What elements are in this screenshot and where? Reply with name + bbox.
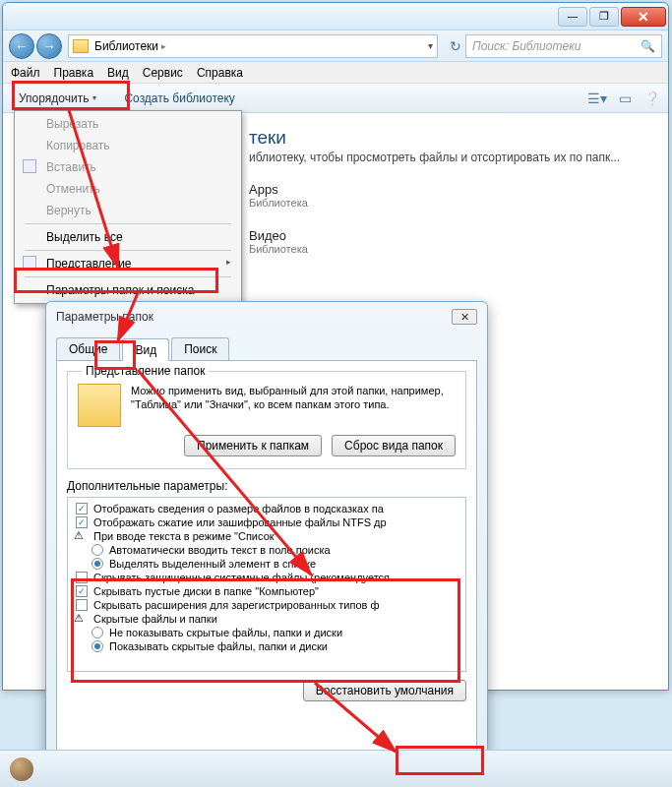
menu-item-folder-options[interactable]: Параметры папок и поиска: [17, 279, 239, 301]
chevron-down-icon: ▾: [92, 93, 96, 102]
dialog-body: Представление папок Можно применить вид,…: [56, 360, 477, 754]
advanced-settings-list[interactable]: ✓Отображать сведения о размере файлов в …: [67, 497, 466, 672]
warning-icon: ⚠: [74, 529, 88, 543]
option-label: Скрывать пустые диски в папке "Компьютер…: [93, 585, 319, 597]
advanced-settings-label: Дополнительные параметры:: [67, 479, 466, 493]
toolbar: Упорядочить ▾ Создать библиотеку ☰▾ ▭ ❔: [3, 84, 668, 113]
warning-icon: ⚠: [74, 612, 88, 626]
tab-search[interactable]: Поиск: [171, 337, 229, 360]
tab-general[interactable]: Общие: [56, 337, 120, 360]
menubar: Файл Правка Вид Сервис Справка: [3, 62, 668, 84]
folder-views-group: Представление папок Можно применить вид,…: [67, 371, 466, 469]
paste-icon: [23, 159, 36, 173]
forward-button[interactable]: →: [36, 33, 62, 59]
item-label: Видео: [249, 228, 308, 243]
menu-separator: [25, 223, 231, 224]
tab-view[interactable]: Вид: [122, 338, 169, 361]
option-label: Показывать скрытые файлы, папки и диски: [109, 640, 328, 652]
radio-icon: [92, 640, 103, 652]
restore-defaults-button[interactable]: Восстановить умолчания: [303, 680, 466, 701]
option-label: При вводе текста в режиме "Список": [93, 530, 277, 542]
menu-separator: [25, 276, 231, 277]
search-placeholder: Поиск: Библиотеки: [472, 39, 580, 53]
maximize-button[interactable]: ❐: [589, 7, 619, 27]
libraries-icon: [73, 39, 89, 53]
radio-option[interactable]: Показывать скрытые файлы, папки и диски: [70, 639, 463, 653]
address-dropdown-icon[interactable]: ▾: [428, 40, 433, 51]
preview-pane-button[interactable]: ▭: [619, 91, 632, 106]
refresh-button[interactable]: ↻: [446, 38, 465, 54]
item-type: Библиотека: [249, 243, 308, 255]
dialog-title: Параметры папок: [56, 310, 153, 324]
menu-edit[interactable]: Правка: [54, 66, 94, 80]
titlebar: — ❐ ✕: [3, 3, 668, 30]
address-bar-row: ← → Библиотеки ▸ ▾ ↻ Поиск: Библиотеки 🔍: [3, 30, 668, 62]
menu-view[interactable]: Вид: [107, 66, 129, 80]
chevron-right-icon: ▸: [226, 257, 231, 267]
option-label: Отображать сведения о размере файлов в п…: [93, 503, 384, 515]
layout-icon: [23, 256, 36, 270]
organize-label: Упорядочить: [19, 91, 89, 105]
page-subtitle: иблиотеку, чтобы просмотреть файлы и отс…: [249, 151, 668, 164]
group-title: Представление папок: [82, 364, 209, 378]
checkbox-icon: ✓: [76, 503, 88, 515]
checkbox-option[interactable]: ✓Отображать сведения о размере файлов в …: [70, 502, 463, 515]
menu-separator: [25, 250, 231, 251]
checkbox-option[interactable]: ✓Отображать сжатие или зашифрованные фай…: [70, 515, 463, 529]
item-type: Библиотека: [249, 197, 308, 209]
checkbox-option[interactable]: Скрывать защищенные системные файлы (рек…: [70, 571, 463, 584]
radio-option[interactable]: Не показывать скрытые файлы, папки и дис…: [70, 626, 463, 639]
breadcrumb-separator: ▸: [161, 41, 166, 51]
radio-option[interactable]: Автоматически вводить текст в поле поиск…: [70, 543, 463, 557]
menu-item-select-all[interactable]: Выделить все: [17, 226, 239, 248]
minimize-button[interactable]: —: [558, 7, 587, 27]
checkbox-icon: [76, 599, 88, 611]
dialog-titlebar: Параметры папок ✕: [46, 302, 487, 332]
radio-option[interactable]: Выделять выделенный элемент в списке: [70, 557, 463, 571]
menu-file[interactable]: Файл: [11, 66, 40, 80]
checkbox-option[interactable]: ✓Скрывать пустые диски в папке "Компьюте…: [70, 584, 463, 598]
help-icon[interactable]: ❔: [643, 91, 660, 106]
menu-item-cut[interactable]: Вырезать: [17, 113, 239, 135]
dialog-tabs: Общие Вид Поиск: [56, 337, 477, 360]
address-bar[interactable]: Библиотеки ▸ ▾: [68, 34, 438, 58]
menu-item-redo[interactable]: Вернуть: [17, 200, 239, 221]
option-label: Не показывать скрытые файлы, папки и дис…: [109, 627, 342, 638]
option-label: Автоматически вводить текст в поле поиск…: [109, 544, 331, 556]
group-heading: ⚠При вводе текста в режиме "Список": [70, 529, 463, 543]
item-label: Apps: [249, 182, 308, 197]
close-button[interactable]: ✕: [621, 7, 666, 27]
search-input[interactable]: Поиск: Библиотеки 🔍: [465, 34, 662, 58]
option-label: Скрывать расширения для зарегистрированн…: [93, 599, 379, 611]
menu-item-copy[interactable]: Копировать: [17, 135, 239, 156]
dialog-close-button[interactable]: ✕: [452, 309, 477, 325]
radio-icon: [92, 544, 103, 556]
folder-icon: [78, 384, 121, 427]
option-label: Отображать сжатие или зашифрованные файл…: [93, 516, 387, 528]
menu-service[interactable]: Сервис: [143, 66, 183, 80]
organize-button[interactable]: Упорядочить ▾: [11, 89, 104, 108]
breadcrumb-item[interactable]: Библиотеки: [94, 39, 158, 53]
create-library-link[interactable]: Создать библиотеку: [124, 91, 234, 105]
menu-item-layout[interactable]: Представление▸: [17, 253, 239, 274]
menu-item-undo[interactable]: Отменить: [17, 178, 239, 200]
radio-icon: [92, 627, 103, 638]
menu-item-paste[interactable]: Вставить: [17, 156, 239, 178]
option-label: Выделять выделенный элемент в списке: [109, 558, 316, 570]
apply-to-folders-button[interactable]: Применить к папкам: [184, 435, 322, 456]
taskbar-app-icon[interactable]: [10, 757, 33, 781]
option-label: Скрывать защищенные системные файлы (рек…: [93, 572, 390, 583]
search-icon: 🔍: [641, 39, 655, 53]
folder-options-dialog: Параметры папок ✕ Общие Вид Поиск Предст…: [45, 301, 488, 783]
view-mode-button[interactable]: ☰▾: [587, 91, 607, 106]
taskbar: [0, 750, 672, 787]
menu-help[interactable]: Справка: [197, 66, 243, 80]
reset-folders-button[interactable]: Сброс вида папок: [332, 435, 456, 456]
organize-menu: Вырезать Копировать Вставить Отменить Ве…: [14, 110, 242, 304]
checkbox-icon: ✓: [76, 585, 88, 597]
option-label: Скрытые файлы и папки: [93, 613, 217, 625]
page-title: теки: [249, 127, 668, 149]
checkbox-option[interactable]: Скрывать расширения для зарегистрированн…: [70, 598, 463, 612]
back-button[interactable]: ←: [9, 33, 34, 59]
checkbox-icon: [76, 572, 88, 583]
